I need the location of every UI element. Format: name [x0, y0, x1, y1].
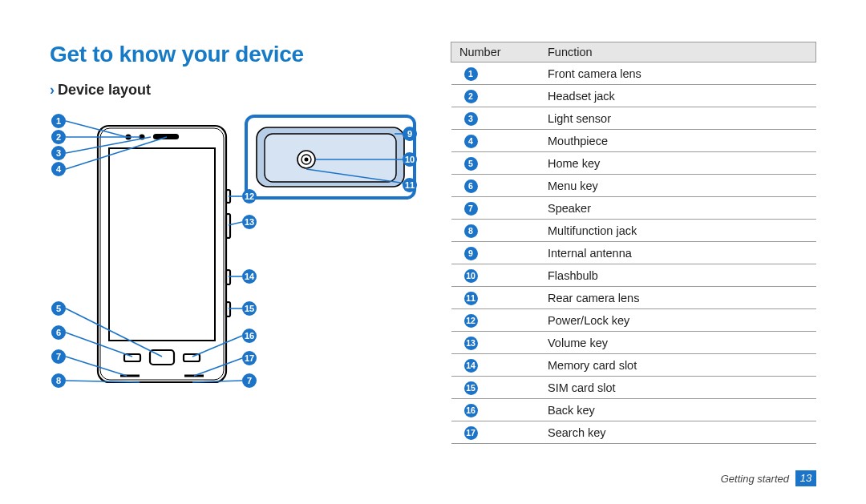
table-row: 7Speaker	[451, 197, 816, 220]
svg-rect-2	[109, 148, 215, 341]
row-number-cell: 9	[451, 242, 540, 264]
callout-2: 2	[51, 130, 66, 144]
number-circle-icon: 16	[464, 404, 478, 417]
number-circle-icon: 5	[464, 157, 478, 171]
row-function-cell: Menu key	[540, 175, 816, 197]
row-function-cell: Speaker	[540, 197, 816, 220]
callout-16: 16	[242, 329, 257, 343]
row-number-cell: 1	[451, 62, 540, 85]
svg-line-27	[66, 357, 127, 376]
row-number-cell: 16	[451, 399, 540, 421]
table-row: 5Home key	[451, 152, 816, 175]
svg-line-28	[66, 381, 140, 382]
table-row: 4Mouthpiece	[451, 130, 816, 152]
table-row: 2Headset jack	[451, 85, 816, 107]
row-number-cell: 3	[451, 107, 540, 130]
callout-12: 12	[242, 189, 257, 204]
callout-1: 1	[51, 114, 66, 128]
subhead-text: Device layout	[58, 82, 151, 99]
table-row: 6Menu key	[451, 175, 816, 197]
table-row: 12Power/Lock key	[451, 309, 816, 332]
row-function-cell: Rear camera lens	[540, 287, 816, 309]
table-row: 13Volume key	[451, 332, 816, 354]
table-row: 1Front camera lens	[451, 62, 816, 85]
row-number-cell: 4	[451, 130, 540, 152]
number-circle-icon: 6	[464, 179, 478, 193]
callout-4: 4	[51, 162, 66, 176]
svg-line-21	[66, 121, 127, 137]
callout-3: 3	[51, 146, 66, 160]
row-number-cell: 6	[451, 175, 540, 197]
callout-6: 6	[51, 325, 66, 340]
row-function-cell: SIM card slot	[540, 377, 816, 399]
table-row: 17Search key	[451, 421, 816, 444]
table-row: 15SIM card slot	[451, 377, 816, 399]
number-circle-icon: 2	[464, 90, 478, 103]
callout-15: 15	[242, 301, 257, 316]
row-number-cell: 7	[451, 197, 540, 220]
table-row: 14Memory card slot	[451, 354, 816, 377]
number-circle-icon: 10	[464, 269, 478, 283]
row-function-cell: Mouthpiece	[540, 130, 816, 152]
row-function-cell: Memory card slot	[540, 354, 816, 377]
callout-5: 5	[51, 301, 66, 316]
svg-rect-7	[124, 354, 140, 361]
number-circle-icon: 12	[464, 314, 478, 328]
row-number-cell: 11	[451, 287, 540, 309]
callout-10: 10	[403, 152, 417, 167]
header-number: Number	[451, 42, 540, 62]
svg-line-35	[192, 381, 242, 382]
table-row: 16Back key	[451, 399, 816, 421]
row-number-cell: 10	[451, 264, 540, 287]
number-circle-icon: 3	[464, 112, 478, 126]
callout-9: 9	[403, 127, 417, 141]
svg-rect-12	[226, 214, 230, 238]
row-number-cell: 13	[451, 332, 540, 354]
table-row: 3Light sensor	[451, 107, 816, 130]
callout-7: 7	[51, 349, 66, 364]
row-function-cell: Front camera lens	[540, 62, 816, 85]
row-number-cell: 15	[451, 377, 540, 399]
device-diagram: 1 2 3 4 5 6 7 8 12 13 14 15 16 17 7 9 10…	[50, 110, 419, 430]
row-number-cell: 14	[451, 354, 540, 377]
table-row: 11Rear camera lens	[451, 287, 816, 309]
callout-7b: 7	[242, 373, 257, 388]
row-number-cell: 5	[451, 152, 540, 175]
callout-14: 14	[242, 269, 257, 284]
row-number-cell: 17	[451, 421, 540, 444]
table-row: 8Multifunction jack	[451, 220, 816, 242]
number-circle-icon: 11	[464, 292, 478, 305]
device-svg	[50, 110, 419, 430]
row-function-cell: Home key	[540, 152, 816, 175]
svg-rect-13	[226, 270, 230, 284]
callout-13: 13	[242, 215, 257, 229]
chevron-icon: ›	[50, 82, 55, 99]
svg-line-34	[194, 358, 242, 376]
row-function-cell: Light sensor	[540, 107, 816, 130]
row-function-cell: Volume key	[540, 332, 816, 354]
row-function-cell: Back key	[540, 399, 816, 421]
number-circle-icon: 7	[464, 202, 478, 216]
row-function-cell: Search key	[540, 421, 816, 444]
number-circle-icon: 15	[464, 381, 478, 395]
left-column: Get to know your device › Device layout	[50, 42, 419, 480]
callout-17: 17	[242, 351, 257, 365]
page-footer: Getting started 13	[721, 470, 816, 486]
number-circle-icon: 9	[464, 247, 478, 260]
page-title: Get to know your device	[50, 42, 419, 67]
row-number-cell: 12	[451, 309, 540, 332]
right-column: Number Function 1Front camera lens2Heads…	[451, 42, 816, 480]
number-circle-icon: 13	[464, 337, 478, 350]
svg-point-20	[305, 158, 309, 162]
footer-section: Getting started	[721, 473, 789, 485]
row-function-cell: Power/Lock key	[540, 309, 816, 332]
callout-8: 8	[51, 373, 66, 388]
number-circle-icon: 17	[464, 426, 478, 440]
header-function: Function	[540, 42, 816, 62]
row-function-cell: Flashbulb	[540, 264, 816, 287]
svg-rect-14	[226, 302, 230, 317]
svg-rect-17	[265, 134, 396, 182]
footer-page-number: 13	[795, 470, 816, 486]
row-number-cell: 8	[451, 220, 540, 242]
row-function-cell: Headset jack	[540, 85, 816, 107]
